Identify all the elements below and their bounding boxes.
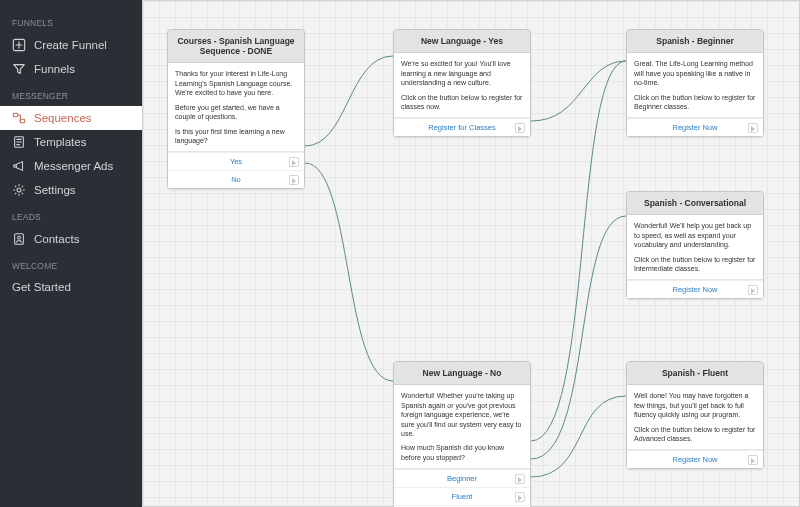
sidebar-item-label: Funnels (34, 63, 75, 75)
sequence-icon (12, 111, 26, 125)
connector-handle-icon[interactable] (289, 175, 299, 185)
svg-rect-1 (13, 113, 17, 117)
funnel-icon (12, 62, 26, 76)
node-title: New Language - No (394, 362, 530, 385)
contacts-icon (12, 232, 26, 246)
node-title: Spanish - Conversational (627, 192, 763, 215)
sidebar-item-label: Create Funnel (34, 39, 107, 51)
sidebar-item-label: Get Started (12, 281, 71, 293)
connector-handle-icon[interactable] (515, 123, 525, 133)
connector-handle-icon[interactable] (748, 123, 758, 133)
connector-handle-icon[interactable] (515, 492, 525, 502)
node-button-register[interactable]: Register Now (627, 118, 763, 136)
node-body: We're so excited for you! You'll love le… (394, 53, 530, 118)
sequence-canvas[interactable]: Courses - Spanish Language Sequence - DO… (142, 0, 800, 507)
sidebar: FUNNELS Create Funnel Funnels MESSENGER … (0, 0, 142, 507)
megaphone-icon (12, 159, 26, 173)
node-button-register[interactable]: Register Now (627, 280, 763, 298)
node-title: New Language - Yes (394, 30, 530, 53)
node-button-no[interactable]: No (168, 170, 304, 188)
sidebar-item-label: Sequences (34, 112, 92, 124)
connector-handle-icon[interactable] (515, 474, 525, 484)
section-label-messenger: MESSENGER (0, 81, 142, 106)
node-new-language-yes[interactable]: New Language - Yes We're so excited for … (393, 29, 531, 137)
gear-icon (12, 183, 26, 197)
templates-icon (12, 135, 26, 149)
node-body: Wonderful! We'll help you get back up to… (627, 215, 763, 280)
node-button-fluent-1[interactable]: Fluent (394, 487, 530, 505)
svg-rect-2 (20, 119, 24, 123)
sidebar-item-get-started[interactable]: Get Started (0, 276, 142, 298)
sidebar-item-settings[interactable]: Settings (0, 178, 142, 202)
svg-point-4 (17, 188, 21, 192)
node-button-yes[interactable]: Yes (168, 152, 304, 170)
sidebar-item-contacts[interactable]: Contacts (0, 227, 142, 251)
sidebar-item-funnels[interactable]: Funnels (0, 57, 142, 81)
node-button-beginner[interactable]: Beginner (394, 469, 530, 487)
node-body: Well done! You may have forgotten a few … (627, 385, 763, 450)
svg-point-6 (18, 236, 21, 239)
node-spanish-conversational[interactable]: Spanish - Conversational Wonderful! We'l… (626, 191, 764, 299)
sidebar-item-messenger-ads[interactable]: Messenger Ads (0, 154, 142, 178)
node-body: Thanks for your interest in Life-Long Le… (168, 63, 304, 152)
sidebar-item-label: Contacts (34, 233, 79, 245)
section-label-leads: LEADS (0, 202, 142, 227)
sidebar-item-sequences[interactable]: Sequences (0, 106, 142, 130)
node-title: Spanish - Beginner (627, 30, 763, 53)
node-body: Great. The Life-Long Learning method wil… (627, 53, 763, 118)
node-title: Courses - Spanish Language Sequence - DO… (168, 30, 304, 63)
section-label-welcome: WELCOME (0, 251, 142, 276)
node-button-register[interactable]: Register Now (627, 450, 763, 468)
connector-handle-icon[interactable] (289, 157, 299, 167)
connector-handle-icon[interactable] (748, 285, 758, 295)
sidebar-item-templates[interactable]: Templates (0, 130, 142, 154)
sidebar-item-label: Settings (34, 184, 76, 196)
sidebar-item-create-funnel[interactable]: Create Funnel (0, 33, 142, 57)
node-title: Spanish - Fluent (627, 362, 763, 385)
sidebar-item-label: Templates (34, 136, 86, 148)
section-label-funnels: FUNNELS (0, 8, 142, 33)
node-spanish-fluent[interactable]: Spanish - Fluent Well done! You may have… (626, 361, 764, 469)
node-new-language-no[interactable]: New Language - No Wonderful! Whether you… (393, 361, 531, 507)
node-start[interactable]: Courses - Spanish Language Sequence - DO… (167, 29, 305, 189)
connector-handle-icon[interactable] (748, 455, 758, 465)
node-body: Wonderful! Whether you're taking up Span… (394, 385, 530, 469)
plus-square-icon (12, 38, 26, 52)
node-spanish-beginner[interactable]: Spanish - Beginner Great. The Life-Long … (626, 29, 764, 137)
sidebar-item-label: Messenger Ads (34, 160, 113, 172)
node-button-register[interactable]: Register for Classes (394, 118, 530, 136)
